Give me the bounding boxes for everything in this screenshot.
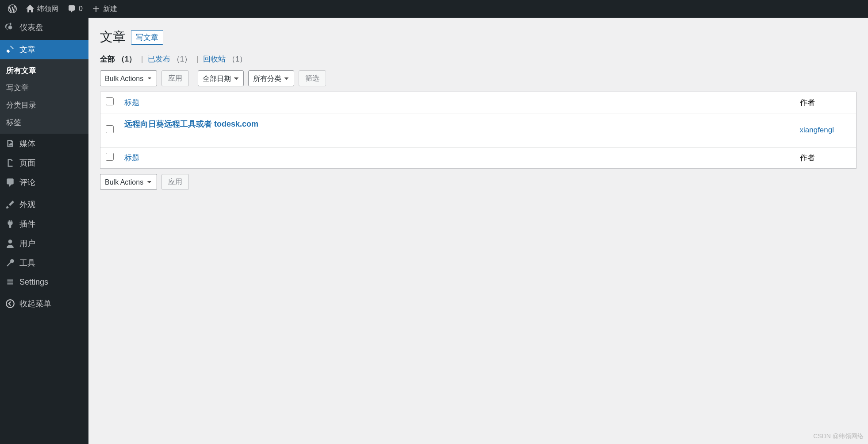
submenu-all-posts[interactable]: 所有文章 [0, 62, 88, 79]
admin-toolbar: 纬领网 0 新建 [0, 0, 868, 18]
menu-users-label: 用户 [19, 238, 35, 249]
tablenav-top: Bulk Actions 应用 全部日期 所有分类 筛选 [100, 70, 856, 86]
plugin-icon [5, 219, 15, 229]
filter-all[interactable]: 全部 （1） [100, 55, 136, 63]
col-author-header: 作者 [795, 92, 856, 113]
svg-point-0 [6, 300, 14, 308]
brush-icon [5, 200, 15, 209]
filter-all-count: （1） [117, 55, 136, 63]
apply-bulk-button-bottom[interactable]: 应用 [161, 174, 189, 190]
collapse-icon [5, 299, 15, 309]
menu-media[interactable]: 媒体 [0, 134, 88, 153]
category-filter-select[interactable]: 所有分类 [248, 70, 294, 86]
menu-appearance[interactable]: 外观 [0, 195, 88, 214]
filter-published-count: （1） [173, 55, 192, 63]
main-content: 文章 写文章 全部 （1） | 已发布 （1） | 回收站 （1） Bulk A… [88, 18, 868, 201]
settings-icon [5, 277, 15, 287]
comments-icon [5, 178, 15, 187]
site-link[interactable]: 纬领网 [21, 0, 63, 18]
comments-count-label: 0 [79, 5, 83, 13]
comment-icon [67, 4, 76, 13]
plus-icon [92, 4, 100, 13]
menu-dashboard[interactable]: 仪表盘 [0, 18, 88, 37]
posts-table: 标题 作者 远程向日葵远程工具或者 todesk.com xiangfengl … [100, 92, 856, 169]
menu-pages[interactable]: 页面 [0, 153, 88, 173]
menu-collapse[interactable]: 收起菜单 [0, 294, 88, 313]
select-all-checkbox[interactable] [106, 97, 114, 105]
bulk-actions-select-bottom[interactable]: Bulk Actions [100, 174, 157, 190]
comments-link[interactable]: 0 [63, 0, 87, 18]
menu-posts-label: 文章 [19, 44, 35, 55]
page-title: 文章 [100, 28, 126, 46]
filter-trash[interactable]: 回收站 （1） [203, 55, 247, 63]
menu-dashboard-label: 仪表盘 [19, 22, 43, 33]
filter-trash-count: （1） [228, 55, 247, 63]
menu-plugins[interactable]: 插件 [0, 214, 88, 234]
col-author-footer: 作者 [795, 147, 856, 169]
menu-settings-label: Settings [19, 278, 48, 287]
post-author-link[interactable]: xiangfengl [800, 126, 834, 134]
menu-posts-submenu: 所有文章 写文章 分类目录 标签 [0, 59, 88, 134]
submenu-new-post[interactable]: 写文章 [0, 79, 88, 97]
menu-media-label: 媒体 [19, 138, 35, 149]
filter-trash-label: 回收站 [203, 55, 226, 63]
site-name-label: 纬领网 [37, 4, 58, 14]
menu-collapse-label: 收起菜单 [19, 298, 51, 309]
post-status-filters: 全部 （1） | 已发布 （1） | 回收站 （1） [100, 54, 856, 64]
home-icon [26, 4, 35, 13]
wordpress-icon [8, 4, 17, 13]
menu-tools[interactable]: 工具 [0, 253, 88, 273]
submenu-tags[interactable]: 标签 [0, 114, 88, 131]
menu-appearance-label: 外观 [19, 199, 35, 210]
pin-icon [5, 45, 15, 54]
menu-plugins-label: 插件 [19, 219, 35, 229]
col-title-footer[interactable]: 标题 [119, 147, 795, 169]
col-title-header[interactable]: 标题 [119, 92, 795, 113]
user-icon [5, 239, 15, 248]
page-header: 文章 写文章 [100, 28, 856, 46]
media-icon [5, 139, 15, 148]
menu-posts[interactable]: 文章 [0, 40, 88, 59]
wordpress-logo[interactable] [4, 0, 21, 18]
dashboard-icon [5, 23, 15, 32]
bulk-actions-select[interactable]: Bulk Actions [100, 70, 157, 86]
row-checkbox[interactable] [106, 125, 114, 133]
submenu-categories[interactable]: 分类目录 [0, 97, 88, 114]
filter-published-label: 已发布 [148, 55, 170, 63]
select-all-checkbox-footer[interactable] [106, 153, 114, 161]
watermark: CSDN @纬领网络 [813, 432, 864, 440]
menu-settings[interactable]: Settings [0, 273, 88, 291]
post-title-link[interactable]: 远程向日葵远程工具或者 todesk.com [124, 120, 258, 128]
menu-comments[interactable]: 评论 [0, 173, 88, 192]
tablenav-bottom: Bulk Actions 应用 [100, 174, 856, 190]
row-check-cell [100, 113, 119, 147]
date-filter-select[interactable]: 全部日期 [198, 70, 244, 86]
menu-users[interactable]: 用户 [0, 234, 88, 253]
admin-sidebar: 仪表盘 文章 所有文章 写文章 分类目录 标签 媒体 页面 评论 外观 插件 用… [0, 18, 88, 444]
table-row: 远程向日葵远程工具或者 todesk.com xiangfengl [100, 113, 856, 147]
new-content-link[interactable]: 新建 [87, 0, 122, 18]
row-author-cell: xiangfengl [795, 113, 856, 147]
new-label: 新建 [103, 4, 117, 14]
new-post-button[interactable]: 写文章 [131, 30, 163, 45]
filter-published[interactable]: 已发布 （1） [148, 55, 192, 63]
select-all-footer [100, 147, 119, 169]
filter-button[interactable]: 筛选 [299, 70, 326, 86]
page-icon [5, 158, 15, 168]
menu-pages-label: 页面 [19, 158, 35, 168]
select-all-header [100, 92, 119, 113]
filter-separator: | [194, 55, 201, 63]
filter-all-label: 全部 [100, 55, 115, 63]
apply-bulk-button[interactable]: 应用 [161, 70, 189, 86]
menu-tools-label: 工具 [19, 258, 35, 268]
filter-separator: | [138, 55, 146, 63]
row-title-cell: 远程向日葵远程工具或者 todesk.com [119, 113, 795, 147]
wrench-icon [5, 258, 15, 268]
menu-comments-label: 评论 [19, 177, 35, 188]
